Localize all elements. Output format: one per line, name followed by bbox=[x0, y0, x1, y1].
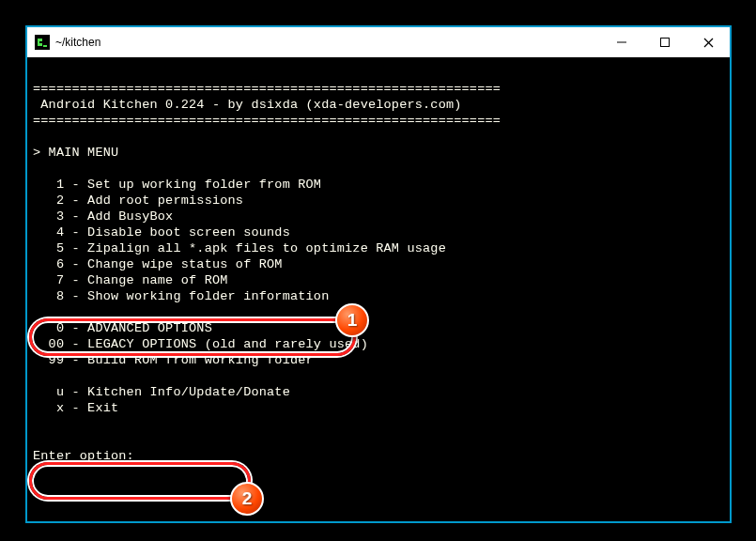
menu-item: 2 - Add root permissions bbox=[33, 193, 243, 208]
menu-item: 99 - Build ROM from working folder bbox=[33, 353, 314, 367]
menu-item: 5 - Zipalign all *.apk files to optimize… bbox=[33, 241, 446, 255]
menu-item: 1 - Set up working folder from ROM bbox=[33, 178, 321, 192]
menu-item: 4 - Disable boot screen sounds bbox=[33, 225, 290, 240]
header-line: Android Kitchen 0.224 - by dsixda (xda-d… bbox=[33, 98, 462, 112]
svg-rect-1 bbox=[43, 45, 47, 47]
input-prompt[interactable]: Enter option: bbox=[33, 449, 134, 463]
menu-item-advanced: 0 - ADVANCED OPTIONS bbox=[33, 321, 212, 335]
window-title: ~/kitchen bbox=[55, 36, 600, 49]
menu-title: > MAIN MENU bbox=[33, 146, 118, 160]
menu-item: 8 - Show working folder information bbox=[33, 289, 329, 303]
terminal-body[interactable]: ========================================… bbox=[27, 57, 730, 471]
window-controls bbox=[600, 27, 730, 57]
titlebar: ~/kitchen bbox=[27, 27, 730, 57]
menu-item: x - Exit bbox=[33, 401, 118, 415]
cygwin-icon bbox=[35, 35, 50, 50]
menu-item: 3 - Add BusyBox bbox=[33, 209, 173, 224]
menu-item: u - Kitchen Info/Update/Donate bbox=[33, 385, 290, 399]
close-button[interactable] bbox=[687, 27, 730, 57]
terminal-window: ~/kitchen ==============================… bbox=[25, 25, 732, 523]
svg-rect-0 bbox=[35, 35, 50, 50]
svg-rect-3 bbox=[661, 39, 670, 47]
menu-item: 00 - LEGACY OPTIONS (old and rarely used… bbox=[33, 337, 368, 351]
divider-line: ========================================… bbox=[33, 82, 501, 96]
minimize-button[interactable] bbox=[600, 27, 643, 57]
menu-item: 6 - Change wipe status of ROM bbox=[33, 257, 283, 271]
maximize-button[interactable] bbox=[643, 27, 687, 57]
menu-item: 7 - Change name of ROM bbox=[33, 273, 228, 287]
divider-line: ========================================… bbox=[33, 114, 501, 128]
